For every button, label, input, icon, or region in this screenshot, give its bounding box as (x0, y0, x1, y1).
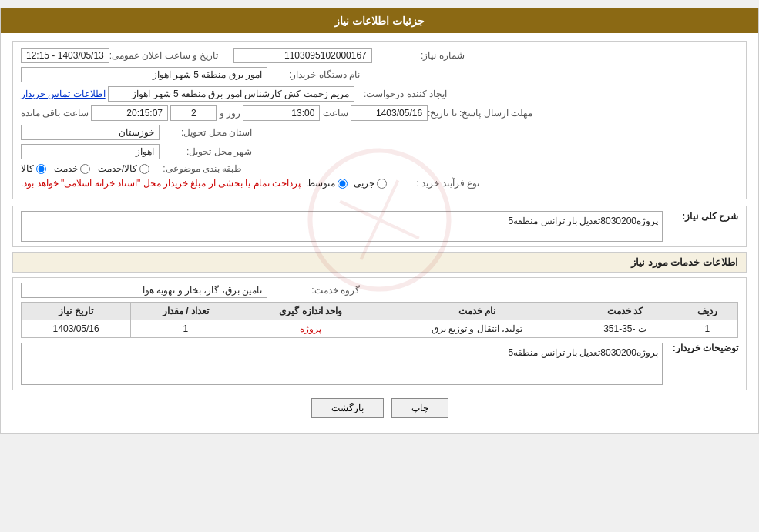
need-number-label: شماره نیاز: (372, 50, 465, 61)
radio-kala-label: کالا (21, 163, 34, 174)
row-need-number: شماره نیاز: 1103095102000167 تاریخ و ساع… (21, 48, 738, 63)
table-row: 1 ت -35-351 تولید، انتقال و توزیع برق پر… (22, 320, 738, 338)
category-label: طبقه بندی موضوعی: (149, 163, 242, 174)
radio-khadamat-input[interactable] (80, 164, 90, 174)
row-city: شهر محل تحویل: اهواز (21, 144, 738, 159)
col-header-qty: تعداد / مقدار (131, 303, 240, 320)
col-header-name: نام خدمت (381, 303, 573, 320)
row-creator: ایجاد کننده درخواست: مریم زحمت کش کارشنا… (21, 86, 738, 102)
col-header-row: ردیف (677, 303, 737, 320)
creator-value: مریم زحمت کش کارشناس امور برق منطقه 5 شه… (108, 86, 354, 102)
deadline-remaining-label: ساعت باقی مانده (21, 108, 89, 119)
back-button[interactable]: بازگشت (311, 398, 384, 418)
category-radio-group: کالا/خدمت خدمت کالا (21, 163, 149, 174)
button-group: چاپ بازگشت (12, 398, 747, 426)
row-buyer-org: نام دستگاه خریدار: امور برق منطقه 5 شهر … (21, 67, 738, 82)
province-value: خوزستان (21, 125, 160, 140)
radio-kala-khadamat-label: کالا/خدمت (98, 163, 137, 174)
buyer-desc-label: توضیحات خریدار: (669, 343, 738, 353)
services-section-title: اطلاعات خدمات مورد نیاز (12, 252, 747, 273)
radio-kala-khadamat[interactable]: کالا/خدمت (98, 163, 149, 174)
creator-label: ایجاد کننده درخواست: (354, 89, 447, 99)
creator-link[interactable]: اطلاعات تماس خریدار (21, 89, 106, 99)
need-desc-value: پروژه8030200تعدیل بار ترانس منطقه5 (21, 211, 663, 242)
radio-khadamat[interactable]: خدمت (54, 163, 90, 174)
deadline-date: 1403/05/16 (351, 105, 428, 121)
need-desc-section: شرح کلی نیاز: پروژه8030200تعدیل بار تران… (12, 206, 747, 247)
deadline-label: مهلت ارسال پاسخ: تا تاریخ: (428, 108, 532, 119)
buyer-desc-value: پروژه8030200تعدیل بار ترانس منطقه5 (21, 343, 663, 385)
services-section: گروه خدمت: تامین برق، گاز، بخار و تهویه … (12, 277, 747, 390)
service-group-value: تامین برق، گاز، بخار و تهویه هوا (21, 283, 267, 298)
page-header: جزئیات اطلاعات نیاز (1, 8, 758, 33)
deadline-days: 2 (170, 105, 217, 121)
print-button[interactable]: چاپ (391, 398, 448, 418)
radio-kala[interactable]: کالا (21, 163, 46, 174)
service-group-label: گروه خدمت: (267, 285, 360, 296)
radio-jozi-label: جزیی (354, 178, 374, 189)
cell-name: تولید، انتقال و توزیع برق (381, 320, 573, 338)
cell-row: 1 (677, 320, 737, 338)
row-category: طبقه بندی موضوعی: کالا/خدمت خدمت کالا (21, 163, 738, 174)
city-value: اهواز (21, 144, 160, 159)
cell-unit: پروژه (240, 320, 381, 338)
main-info-section: شماره نیاز: 1103095102000167 تاریخ و ساع… (12, 41, 747, 199)
announcement-value: 1403/05/13 - 12:15 (21, 48, 109, 63)
process-label: نوع فرآیند خرید : (387, 178, 479, 189)
row-province: استان محل تحویل: خوزستان (21, 125, 738, 140)
process-note: پرداخت تمام یا بخشی از مبلغ خریداز محل "… (21, 178, 301, 189)
deadline-days-label: روز و (220, 108, 240, 119)
city-label: شهر محل تحویل: (160, 146, 252, 157)
page-title: جزئیات اطلاعات نیاز (334, 15, 425, 27)
row-deadline: مهلت ارسال پاسخ: تا تاریخ: 1403/05/16 سا… (21, 105, 738, 121)
row-process: نوع فرآیند خرید : جزیی متوسط پرداخت تمام… (21, 178, 738, 189)
need-number-value: 1103095102000167 (233, 48, 372, 63)
cell-date: 1403/05/16 (22, 320, 131, 338)
need-desc-label: شرح کلی نیاز: (669, 211, 738, 222)
buyer-org-value: امور برق منطقه 5 شهر اهواز (21, 67, 267, 82)
cell-qty: 1 (131, 320, 240, 338)
cell-code: ت -35-351 (573, 320, 677, 338)
radio-jozi-input[interactable] (377, 179, 387, 189)
radio-kala-khadamat-input[interactable] (139, 164, 149, 174)
province-label: استان محل تحویل: (160, 127, 252, 138)
row-service-group: گروه خدمت: تامین برق، گاز، بخار و تهویه … (21, 283, 738, 298)
buyer-org-label: نام دستگاه خریدار: (267, 69, 360, 80)
deadline-time: 13:00 (243, 105, 320, 121)
announcement-label: تاریخ و ساعت اعلان عمومی: (109, 50, 219, 61)
radio-motevaset-input[interactable] (338, 179, 348, 189)
radio-motevaset-label: متوسط (307, 178, 335, 189)
services-table: ردیف کد خدمت نام خدمت واحد اندازه گیری ت… (21, 302, 738, 338)
deadline-remaining: 20:15:07 (91, 105, 168, 121)
col-header-unit: واحد اندازه گیری (240, 303, 381, 320)
col-header-code: کد خدمت (573, 303, 677, 320)
radio-jozi[interactable]: جزیی (354, 178, 387, 189)
col-header-date: تاریخ نیاز (22, 303, 131, 320)
radio-kala-input[interactable] (36, 164, 46, 174)
deadline-time-label: ساعت (323, 108, 348, 119)
radio-motevaset[interactable]: متوسط (307, 178, 348, 189)
radio-khadamat-label: خدمت (54, 163, 78, 174)
